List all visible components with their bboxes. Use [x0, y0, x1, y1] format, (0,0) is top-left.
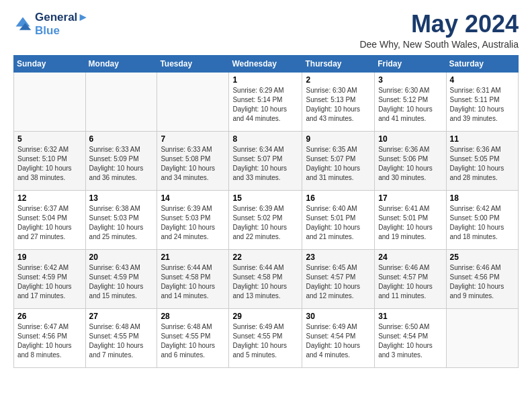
- day-number: 15: [232, 193, 298, 203]
- day-info: Sunrise: 6:42 AMSunset: 4:59 PMDaylight:…: [17, 263, 82, 301]
- col-header-saturday: Saturday: [446, 55, 518, 72]
- calendar-cell: 10Sunrise: 6:36 AMSunset: 5:06 PMDayligh…: [375, 131, 446, 190]
- day-info: Sunrise: 6:45 AMSunset: 4:57 PMDaylight:…: [306, 263, 371, 301]
- day-info: Sunrise: 6:33 AMSunset: 5:08 PMDaylight:…: [161, 145, 225, 183]
- day-info: Sunrise: 6:40 AMSunset: 5:01 PMDaylight:…: [306, 204, 371, 242]
- day-info: Sunrise: 6:44 AMSunset: 4:58 PMDaylight:…: [161, 263, 225, 301]
- day-number: 2: [306, 75, 371, 85]
- calendar-cell: 27Sunrise: 6:48 AMSunset: 4:55 PMDayligh…: [85, 308, 157, 367]
- day-info: Sunrise: 6:47 AMSunset: 4:56 PMDaylight:…: [17, 322, 82, 360]
- col-header-monday: Monday: [85, 55, 157, 72]
- day-info: Sunrise: 6:35 AMSunset: 5:07 PMDaylight:…: [306, 145, 371, 183]
- calendar-cell: 20Sunrise: 6:43 AMSunset: 4:59 PMDayligh…: [85, 249, 157, 308]
- day-info: Sunrise: 6:46 AMSunset: 4:57 PMDaylight:…: [378, 263, 442, 301]
- week-row-5: 26Sunrise: 6:47 AMSunset: 4:56 PMDayligh…: [14, 308, 519, 367]
- calendar-table: SundayMondayTuesdayWednesdayThursdayFrid…: [13, 55, 519, 368]
- day-info: Sunrise: 6:34 AMSunset: 5:07 PMDaylight:…: [232, 145, 298, 183]
- week-row-4: 19Sunrise: 6:42 AMSunset: 4:59 PMDayligh…: [14, 249, 519, 308]
- col-header-tuesday: Tuesday: [157, 55, 229, 72]
- day-info: Sunrise: 6:30 AMSunset: 5:13 PMDaylight:…: [306, 86, 371, 124]
- day-number: 3: [378, 75, 442, 85]
- week-row-3: 12Sunrise: 6:37 AMSunset: 5:04 PMDayligh…: [14, 190, 519, 249]
- calendar-cell: [14, 72, 86, 131]
- month-title: May 2024: [359, 11, 519, 38]
- day-number: 16: [306, 193, 371, 203]
- day-info: Sunrise: 6:49 AMSunset: 4:54 PMDaylight:…: [306, 322, 371, 360]
- day-number: 21: [161, 253, 225, 262]
- day-info: Sunrise: 6:49 AMSunset: 4:55 PMDaylight:…: [232, 322, 298, 360]
- day-number: 27: [89, 312, 154, 321]
- calendar-cell: 29Sunrise: 6:49 AMSunset: 4:55 PMDayligh…: [229, 308, 302, 367]
- calendar-cell: 14Sunrise: 6:39 AMSunset: 5:03 PMDayligh…: [157, 190, 229, 249]
- day-number: 20: [89, 253, 154, 262]
- calendar-cell: 23Sunrise: 6:45 AMSunset: 4:57 PMDayligh…: [302, 249, 375, 308]
- svg-marker-0: [16, 17, 30, 27]
- day-info: Sunrise: 6:41 AMSunset: 5:01 PMDaylight:…: [378, 204, 442, 242]
- day-info: Sunrise: 6:31 AMSunset: 5:11 PMDaylight:…: [450, 86, 515, 124]
- day-number: 12: [17, 193, 82, 203]
- page-header: General► Blue May 2024 Dee Why, New Sout…: [13, 11, 519, 50]
- col-header-thursday: Thursday: [302, 55, 375, 72]
- calendar-cell: 2Sunrise: 6:30 AMSunset: 5:13 PMDaylight…: [302, 72, 375, 131]
- location: Dee Why, New South Wales, Australia: [359, 39, 519, 50]
- calendar-cell: [446, 308, 518, 367]
- calendar-cell: 8Sunrise: 6:34 AMSunset: 5:07 PMDaylight…: [229, 131, 302, 190]
- day-info: Sunrise: 6:42 AMSunset: 5:00 PMDaylight:…: [450, 204, 515, 242]
- day-info: Sunrise: 6:30 AMSunset: 5:12 PMDaylight:…: [378, 86, 442, 124]
- day-info: Sunrise: 6:36 AMSunset: 5:05 PMDaylight:…: [450, 145, 515, 183]
- title-area: May 2024 Dee Why, New South Wales, Austr…: [359, 11, 519, 50]
- calendar-cell: 28Sunrise: 6:48 AMSunset: 4:55 PMDayligh…: [157, 308, 229, 367]
- day-info: Sunrise: 6:48 AMSunset: 4:55 PMDaylight:…: [89, 322, 154, 360]
- calendar-cell: 31Sunrise: 6:50 AMSunset: 4:54 PMDayligh…: [375, 308, 446, 367]
- day-number: 13: [89, 193, 154, 203]
- day-info: Sunrise: 6:32 AMSunset: 5:10 PMDaylight:…: [17, 145, 82, 183]
- day-number: 9: [306, 134, 371, 144]
- col-header-friday: Friday: [375, 55, 446, 72]
- calendar-cell: 5Sunrise: 6:32 AMSunset: 5:10 PMDaylight…: [14, 131, 86, 190]
- day-number: 14: [161, 193, 225, 203]
- day-number: 6: [89, 134, 154, 144]
- calendar-cell: 30Sunrise: 6:49 AMSunset: 4:54 PMDayligh…: [302, 308, 375, 367]
- day-number: 1: [232, 75, 298, 85]
- day-number: 19: [17, 253, 82, 262]
- calendar-cell: 17Sunrise: 6:41 AMSunset: 5:01 PMDayligh…: [375, 190, 446, 249]
- calendar-cell: 7Sunrise: 6:33 AMSunset: 5:08 PMDaylight…: [157, 131, 229, 190]
- day-number: 26: [17, 312, 82, 321]
- day-number: 11: [450, 134, 515, 144]
- calendar-cell: 13Sunrise: 6:38 AMSunset: 5:03 PMDayligh…: [85, 190, 157, 249]
- day-info: Sunrise: 6:39 AMSunset: 5:02 PMDaylight:…: [232, 204, 298, 242]
- day-number: 25: [450, 253, 515, 262]
- week-row-1: 1Sunrise: 6:29 AMSunset: 5:14 PMDaylight…: [14, 72, 519, 131]
- day-number: 30: [306, 312, 371, 321]
- logo: General► Blue: [13, 11, 89, 38]
- day-info: Sunrise: 6:36 AMSunset: 5:06 PMDaylight:…: [378, 145, 442, 183]
- calendar-cell: 18Sunrise: 6:42 AMSunset: 5:00 PMDayligh…: [446, 190, 518, 249]
- day-number: 31: [378, 312, 442, 321]
- col-header-wednesday: Wednesday: [229, 55, 302, 72]
- day-info: Sunrise: 6:43 AMSunset: 4:59 PMDaylight:…: [89, 263, 154, 301]
- day-info: Sunrise: 6:33 AMSunset: 5:09 PMDaylight:…: [89, 145, 154, 183]
- day-number: 22: [232, 253, 298, 262]
- day-info: Sunrise: 6:50 AMSunset: 4:54 PMDaylight:…: [378, 322, 442, 360]
- calendar-cell: 6Sunrise: 6:33 AMSunset: 5:09 PMDaylight…: [85, 131, 157, 190]
- day-number: 29: [232, 312, 298, 321]
- day-info: Sunrise: 6:48 AMSunset: 4:55 PMDaylight:…: [161, 322, 225, 360]
- day-number: 24: [378, 253, 442, 262]
- calendar-cell: 16Sunrise: 6:40 AMSunset: 5:01 PMDayligh…: [302, 190, 375, 249]
- day-info: Sunrise: 6:37 AMSunset: 5:04 PMDaylight:…: [17, 204, 82, 242]
- header-row: SundayMondayTuesdayWednesdayThursdayFrid…: [14, 55, 519, 72]
- day-number: 8: [232, 134, 298, 144]
- calendar-cell: 25Sunrise: 6:46 AMSunset: 4:56 PMDayligh…: [446, 249, 518, 308]
- calendar-cell: 15Sunrise: 6:39 AMSunset: 5:02 PMDayligh…: [229, 190, 302, 249]
- calendar-cell: 9Sunrise: 6:35 AMSunset: 5:07 PMDaylight…: [302, 131, 375, 190]
- day-number: 7: [161, 134, 225, 144]
- calendar-cell: 21Sunrise: 6:44 AMSunset: 4:58 PMDayligh…: [157, 249, 229, 308]
- day-number: 18: [450, 193, 515, 203]
- calendar-cell: 3Sunrise: 6:30 AMSunset: 5:12 PMDaylight…: [375, 72, 446, 131]
- calendar-cell: 24Sunrise: 6:46 AMSunset: 4:57 PMDayligh…: [375, 249, 446, 308]
- calendar-cell: 19Sunrise: 6:42 AMSunset: 4:59 PMDayligh…: [14, 249, 86, 308]
- day-info: Sunrise: 6:29 AMSunset: 5:14 PMDaylight:…: [232, 86, 298, 124]
- day-number: 17: [378, 193, 442, 203]
- day-info: Sunrise: 6:46 AMSunset: 4:56 PMDaylight:…: [450, 263, 515, 301]
- col-header-sunday: Sunday: [14, 55, 86, 72]
